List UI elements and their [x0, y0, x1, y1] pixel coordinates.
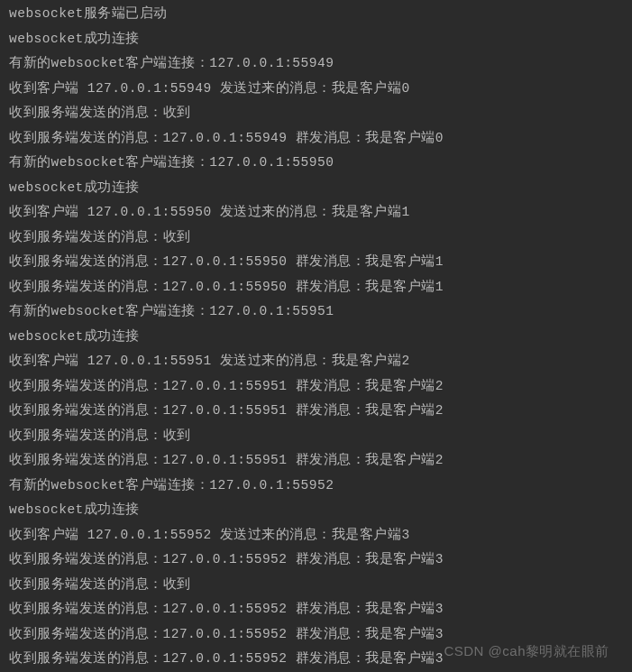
log-line: 收到客户端 127.0.0.1:55951 发送过来的消息：我是客户端2: [9, 349, 623, 374]
log-line: 收到服务端发送的消息：127.0.0.1:55951 群发消息：我是客户端2: [9, 374, 623, 400]
log-line: 收到服务端发送的消息：收到: [9, 101, 623, 126]
log-line: 收到客户端 127.0.0.1:55950 发送过来的消息：我是客户端1: [9, 200, 623, 226]
log-line: 有新的websocket客户端连接：127.0.0.1:55952: [9, 474, 623, 499]
log-line: 收到服务端发送的消息：收到: [9, 226, 623, 251]
log-line: 收到服务端发送的消息：127.0.0.1:55951 群发消息：我是客户端2: [9, 448, 623, 474]
watermark-text: CSDN @cah黎明就在眼前: [444, 639, 609, 664]
console-output: websocket服务端已启动websocket成功连接有新的websocket…: [9, 2, 623, 672]
log-line: 收到服务端发送的消息：127.0.0.1:55950 群发消息：我是客户端1: [9, 250, 623, 275]
log-line: 有新的websocket客户端连接：127.0.0.1:55949: [9, 51, 623, 77]
log-line: 有新的websocket客户端连接：127.0.0.1:55951: [9, 299, 623, 325]
log-line: websocket成功连接: [9, 27, 623, 52]
log-line: 收到服务端发送的消息：127.0.0.1:55951 群发消息：我是客户端2: [9, 399, 623, 424]
log-line: websocket成功连接: [9, 325, 623, 350]
log-line: 收到客户端 127.0.0.1:55952 发送过来的消息：我是客户端3: [9, 523, 623, 548]
log-line: 收到客户端 127.0.0.1:55949 发送过来的消息：我是客户端0: [9, 77, 623, 102]
log-line: 收到服务端发送的消息：收到: [9, 573, 623, 598]
log-line: 收到服务端发送的消息：127.0.0.1:55952 群发消息：我是客户端3: [9, 597, 623, 622]
log-line: websocket成功连接: [9, 498, 623, 523]
log-line: 收到服务端发送的消息：127.0.0.1:55950 群发消息：我是客户端1: [9, 275, 623, 300]
log-line: 有新的websocket客户端连接：127.0.0.1:55950: [9, 151, 623, 176]
log-line: 收到服务端发送的消息：127.0.0.1:55949 群发消息：我是客户端0: [9, 126, 623, 152]
log-line: websocket成功连接: [9, 176, 623, 201]
log-line: 收到服务端发送的消息：收到: [9, 424, 623, 449]
log-line: websocket服务端已启动: [9, 2, 623, 27]
log-line: 收到服务端发送的消息：127.0.0.1:55952 群发消息：我是客户端3: [9, 548, 623, 573]
